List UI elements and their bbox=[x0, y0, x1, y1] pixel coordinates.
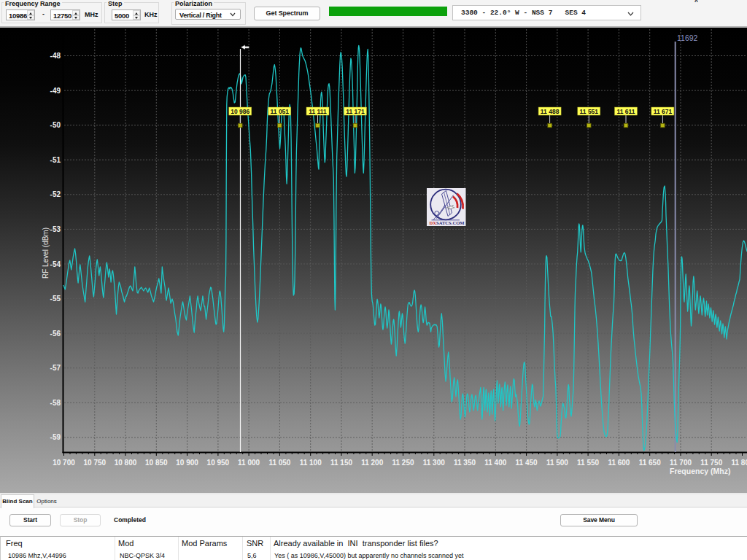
svg-text:11 488: 11 488 bbox=[541, 108, 560, 115]
svg-text:11 050: 11 050 bbox=[268, 459, 290, 467]
svg-text:11 611: 11 611 bbox=[616, 108, 635, 115]
svg-text:-57: -57 bbox=[50, 364, 61, 372]
svg-text:11 111: 11 111 bbox=[309, 108, 327, 115]
svg-text:10 700: 10 700 bbox=[53, 459, 75, 467]
svg-text:11 400: 11 400 bbox=[484, 459, 506, 467]
svg-text:11 200: 11 200 bbox=[361, 459, 383, 467]
svg-text:11692: 11692 bbox=[677, 34, 698, 42]
svg-text:11 450: 11 450 bbox=[516, 459, 538, 467]
svg-text:Frequency (Mhz): Frequency (Mhz) bbox=[670, 467, 730, 475]
svg-text:11 671: 11 671 bbox=[654, 108, 673, 115]
svg-text:-52: -52 bbox=[50, 190, 61, 198]
svg-text:10 800: 10 800 bbox=[115, 459, 137, 467]
svg-text:-58: -58 bbox=[50, 399, 61, 407]
svg-text:11 250: 11 250 bbox=[392, 459, 414, 467]
svg-text:11 700: 11 700 bbox=[670, 459, 692, 467]
svg-text:-51: -51 bbox=[50, 156, 61, 164]
svg-text:11 051: 11 051 bbox=[271, 108, 290, 115]
svg-text:SATCS.COM: SATCS.COM bbox=[436, 220, 465, 225]
svg-text:11 300: 11 300 bbox=[423, 459, 445, 467]
svg-text:-50: -50 bbox=[50, 121, 61, 129]
svg-text:-56: -56 bbox=[50, 330, 61, 338]
svg-text:11 171: 11 171 bbox=[346, 108, 365, 115]
svg-text:10 750: 10 750 bbox=[84, 459, 107, 467]
svg-text:11 600: 11 600 bbox=[608, 459, 630, 467]
svg-text:11 000: 11 000 bbox=[238, 459, 260, 467]
svg-text:RF Level (dBm): RF Level (dBm) bbox=[42, 228, 50, 279]
svg-text:-54: -54 bbox=[50, 260, 61, 268]
svg-text:10 950: 10 950 bbox=[207, 459, 230, 467]
svg-text:10 986: 10 986 bbox=[231, 108, 249, 115]
svg-text:11 650: 11 650 bbox=[639, 459, 661, 467]
svg-text:11 100: 11 100 bbox=[300, 459, 322, 467]
svg-text:11 800: 11 800 bbox=[731, 459, 747, 467]
svg-text:-48: -48 bbox=[50, 52, 61, 60]
svg-text:11 500: 11 500 bbox=[546, 459, 568, 467]
svg-text:-53: -53 bbox=[50, 225, 61, 233]
svg-text:11 350: 11 350 bbox=[454, 459, 476, 467]
svg-text:10 900: 10 900 bbox=[176, 459, 198, 467]
svg-text:-55: -55 bbox=[50, 295, 61, 303]
svg-text:DX: DX bbox=[430, 220, 437, 225]
svg-text:11 750: 11 750 bbox=[700, 459, 722, 467]
svg-text:10 850: 10 850 bbox=[145, 459, 168, 467]
svg-text:-59: -59 bbox=[50, 433, 61, 441]
svg-text:11 551: 11 551 bbox=[580, 108, 599, 115]
svg-text:-49: -49 bbox=[50, 87, 61, 95]
svg-text:11 150: 11 150 bbox=[330, 459, 352, 467]
svg-text:11 550: 11 550 bbox=[577, 459, 599, 467]
